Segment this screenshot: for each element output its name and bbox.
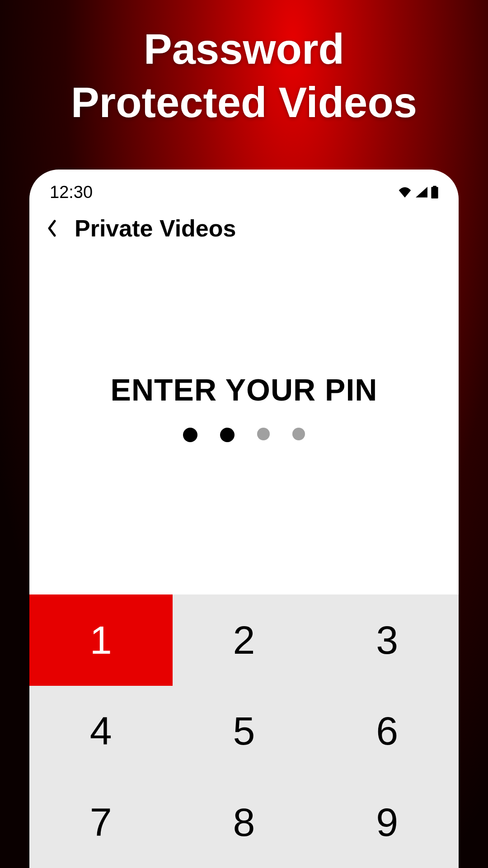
hero-title-line2: Protected Videos <box>0 76 488 129</box>
keypad-key-2[interactable]: 2 <box>173 594 316 686</box>
pin-dot-1 <box>183 428 197 442</box>
pin-section: ENTER YOUR PIN <box>29 255 459 594</box>
keypad-key-8[interactable]: 8 <box>173 777 316 868</box>
keypad-key-4[interactable]: 4 <box>29 686 173 777</box>
wifi-icon <box>398 187 412 198</box>
status-time: 12:30 <box>50 183 93 202</box>
keypad-key-6[interactable]: 6 <box>315 686 459 777</box>
keypad-key-5[interactable]: 5 <box>173 686 316 777</box>
pin-dots <box>183 428 305 442</box>
pin-prompt: ENTER YOUR PIN <box>111 372 378 407</box>
keypad-key-9[interactable]: 9 <box>315 777 459 868</box>
battery-icon <box>431 186 438 198</box>
keypad-key-3[interactable]: 3 <box>315 594 459 686</box>
svg-rect-1 <box>433 186 436 188</box>
signal-icon <box>416 187 427 198</box>
back-button[interactable] <box>43 219 61 237</box>
pin-dot-2 <box>220 428 235 442</box>
pin-dot-3 <box>257 428 270 440</box>
page-title: Private Videos <box>75 215 236 242</box>
pin-dot-4 <box>292 428 305 440</box>
phone-frame: 12:30 Private Videos ENTER YOUR PIN <box>29 170 459 868</box>
keypad-key-7[interactable]: 7 <box>29 777 173 868</box>
hero-title-line1: Password <box>0 23 488 76</box>
keypad: 1 2 3 4 5 6 7 8 9 <box>29 594 459 868</box>
chevron-left-icon <box>47 219 57 237</box>
app-header: Private Videos <box>29 201 459 255</box>
status-bar: 12:30 <box>29 170 459 201</box>
hero-title: Password Protected Videos <box>0 0 488 129</box>
svg-rect-0 <box>431 187 438 198</box>
status-icons <box>398 186 438 198</box>
keypad-key-1[interactable]: 1 <box>29 594 173 686</box>
